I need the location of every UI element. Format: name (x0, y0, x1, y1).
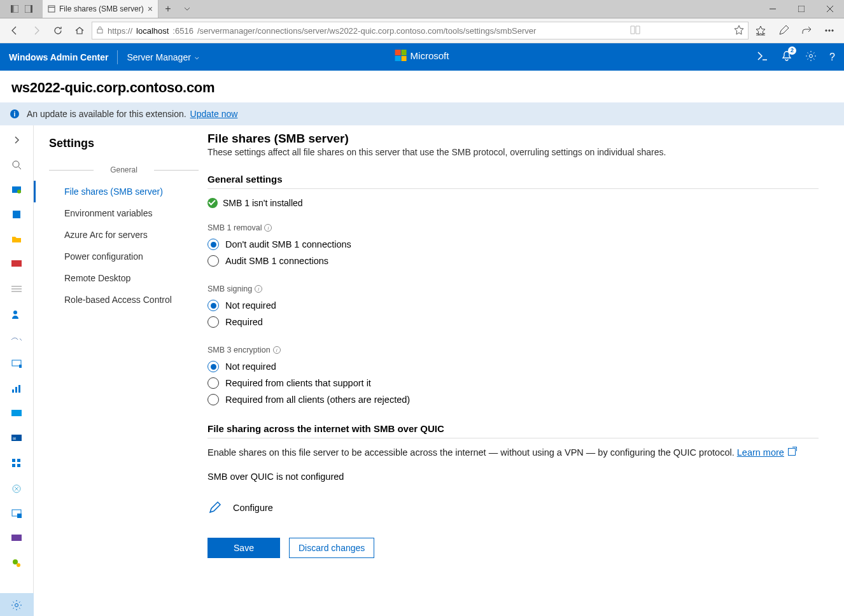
rail-apps-icon[interactable] (10, 457, 24, 470)
learn-more-link[interactable]: Learn more (737, 447, 784, 458)
rail-performance-icon[interactable] (10, 382, 24, 395)
powershell-icon[interactable] (757, 50, 768, 64)
quic-status: SMB over QUIC is not configured (207, 472, 819, 482)
reading-view-icon[interactable] (630, 25, 640, 36)
window-maximize-button[interactable] (787, 0, 815, 18)
rail-storage-icon[interactable] (10, 407, 24, 421)
svg-rect-22 (13, 211, 20, 218)
tab-dropdown-button[interactable] (178, 0, 197, 18)
smb3-enc-opt1[interactable]: Required from clients that support it (207, 375, 819, 391)
breadcrumb[interactable]: Server Manager ⌵ (127, 52, 199, 62)
configure-button[interactable]: Configure (207, 501, 819, 515)
svg-point-47 (17, 563, 20, 567)
update-now-link[interactable]: Update now (190, 109, 238, 119)
settings-icon[interactable] (805, 50, 817, 64)
rail-expand-icon[interactable] (10, 133, 24, 146)
settings-item-arc[interactable]: Azure Arc for servers (49, 224, 199, 246)
rail-files-icon[interactable] (10, 233, 24, 246)
rail-services-icon[interactable] (10, 556, 24, 570)
address-bar[interactable]: https://localhost:6516/servermanager/con… (92, 22, 749, 39)
svg-rect-30 (12, 389, 14, 393)
quic-desc-text: Enable shares on this file server to be … (207, 447, 737, 458)
svg-point-27 (13, 311, 17, 314)
smb1-removal-opt1[interactable]: Audit SMB 1 connections (207, 253, 819, 269)
radio-icon (207, 316, 219, 328)
nav-forward-button[interactable] (27, 21, 46, 40)
settings-title: Settings (49, 137, 199, 150)
notifications-icon[interactable]: 2 (781, 50, 792, 64)
favorites-hub-icon[interactable] (751, 21, 770, 40)
rail-overview-icon[interactable] (10, 183, 24, 196)
nav-back-button[interactable] (5, 21, 24, 40)
svg-rect-4 (48, 6, 55, 12)
smb1-removal-opt0[interactable]: Don't audit SMB 1 connections (207, 236, 819, 253)
browser-tabs-row: File shares (SMB server) × + (0, 0, 844, 18)
rail-certificates-icon[interactable] (10, 258, 24, 271)
rail-scheduler-icon[interactable] (10, 531, 24, 545)
svg-line-19 (18, 167, 21, 169)
info-icon[interactable]: i (255, 285, 262, 293)
tab-close-icon[interactable]: × (148, 4, 153, 14)
content-desc: These settings affect all file shares on… (207, 147, 819, 157)
discard-button[interactable]: Discard changes (289, 538, 374, 558)
ms-logo-icon (395, 50, 407, 61)
notes-icon[interactable] (774, 21, 793, 40)
svg-point-17 (810, 54, 813, 57)
rail-settings-active[interactable] (0, 593, 34, 616)
url-host: localhost (136, 26, 169, 36)
rail-devices-icon[interactable] (10, 283, 24, 296)
smb-signing-opt0[interactable]: Not required (207, 297, 819, 314)
new-tab-button[interactable]: + (158, 0, 178, 18)
smb3-enc-opt2[interactable]: Required from all clients (others are re… (207, 391, 819, 408)
favorite-icon[interactable] (734, 25, 744, 37)
rail-process-icon[interactable] (10, 482, 24, 495)
svg-rect-39 (17, 464, 20, 467)
tab-aside-show-icon (25, 5, 32, 13)
rail-users-icon[interactable] (10, 307, 24, 321)
radio-label-text: Required from clients that support it (225, 378, 371, 388)
quic-desc: Enable shares on this file server to be … (207, 447, 819, 458)
more-icon[interactable] (820, 21, 839, 40)
rail-azure-icon[interactable] (10, 207, 24, 221)
rail-search-icon[interactable] (10, 158, 24, 171)
svg-point-14 (826, 30, 827, 31)
window-close-button[interactable] (815, 0, 844, 18)
server-name: ws2022-quic.corp.contoso.com (11, 80, 833, 96)
left-rail: ⊞ (0, 125, 34, 616)
nav-home-button[interactable] (70, 21, 89, 40)
smb-signing-opt1[interactable]: Required (207, 314, 819, 330)
settings-item-rbac[interactable]: Role-based Access Control (49, 289, 199, 311)
smb1-status: SMB 1 isn't installed (207, 198, 819, 208)
smb3-enc-label: SMB 3 encryption (207, 346, 271, 354)
svg-rect-7 (798, 6, 805, 12)
settings-item-env[interactable]: Environment variables (49, 202, 199, 224)
rail-storage2-icon[interactable] (10, 507, 24, 520)
help-icon[interactable]: ? (829, 52, 835, 63)
settings-item-fileshares[interactable]: File shares (SMB server) (34, 181, 199, 202)
svg-rect-32 (18, 385, 20, 393)
rail-network-icon[interactable] (10, 332, 24, 346)
browser-tab-active[interactable]: File shares (SMB server) × (43, 0, 158, 18)
svg-rect-33 (11, 410, 22, 416)
info-icon[interactable]: i (264, 224, 272, 232)
info-icon[interactable]: i (273, 346, 281, 354)
svg-rect-3 (31, 5, 32, 13)
tab-actions-sys[interactable] (0, 0, 43, 18)
rail-rdp-icon[interactable] (10, 357, 24, 370)
rail-updates-icon2[interactable]: ⊞ (10, 432, 24, 445)
app-title[interactable]: Windows Admin Center (9, 52, 108, 62)
settings-item-power[interactable]: Power configuration (49, 246, 199, 267)
save-button[interactable]: Save (207, 538, 280, 558)
radio-label-text: Required from all clients (others are re… (225, 395, 410, 405)
settings-group-label: General (49, 165, 199, 174)
settings-item-rdp[interactable]: Remote Desktop (49, 267, 199, 289)
window-minimize-button[interactable] (758, 0, 787, 18)
smb1-removal-label: SMB 1 removal (207, 223, 262, 232)
svg-point-46 (13, 559, 18, 564)
smb3-enc-opt0[interactable]: Not required (207, 358, 819, 375)
nav-refresh-button[interactable] (48, 21, 67, 40)
page-header: ws2022-quic.corp.contoso.com (0, 71, 844, 102)
share-icon[interactable] (797, 21, 816, 40)
svg-rect-38 (12, 464, 15, 467)
section-quic-header: File sharing across the internet with SM… (207, 423, 819, 438)
